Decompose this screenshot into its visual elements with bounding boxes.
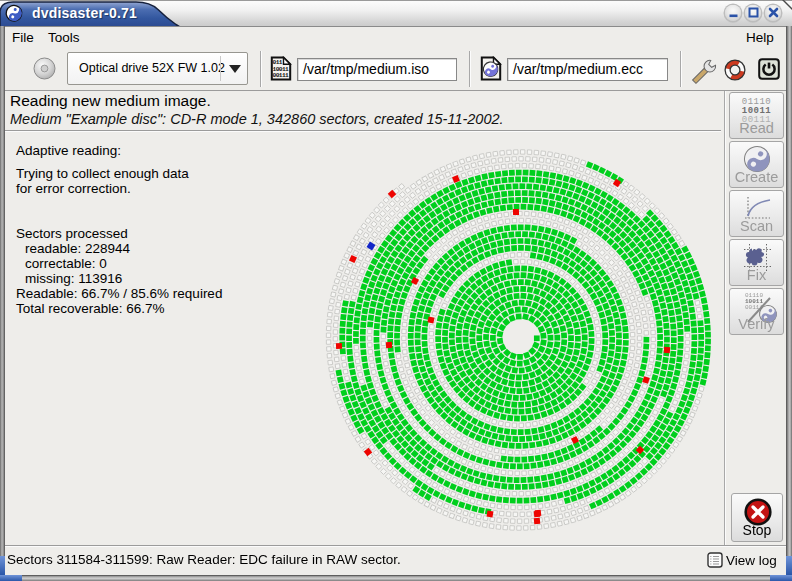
svg-text:00111: 00111 [273,72,289,79]
